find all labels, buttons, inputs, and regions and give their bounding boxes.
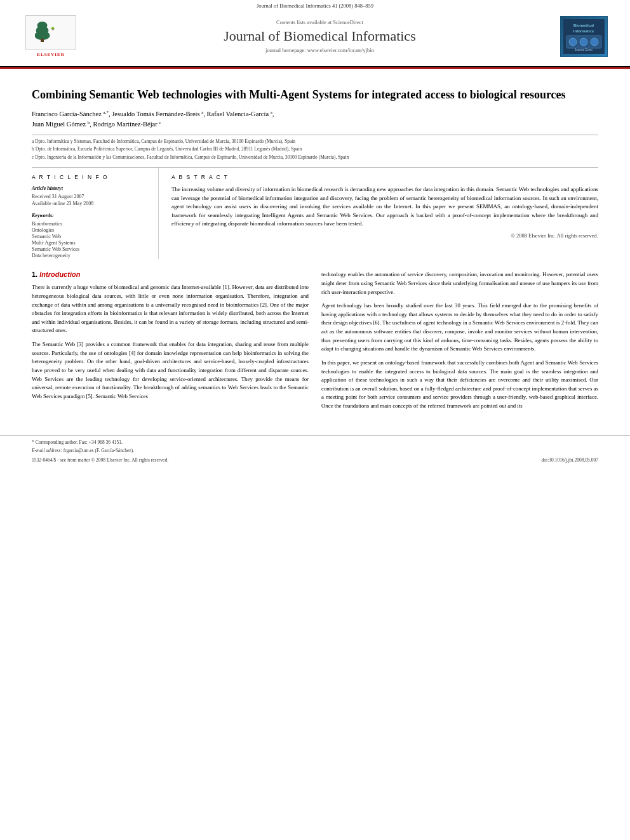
sciencedirect-link: Contents lists available at ScienceDirec… [95, 19, 544, 25]
elsevier-logo-container: 🌳 ELSEVIER [19, 14, 83, 58]
elsevier-logo: 🌳 [25, 15, 76, 50]
affil-line-a: a Dpto. Informática y Sistemas, Facultad… [32, 138, 598, 145]
keyword-3: Multi-Agent Systems [32, 240, 149, 246]
keyword-1: Ontologies [32, 227, 149, 233]
keyword-4: Semantic Web Services [32, 246, 149, 252]
footer: * Corresponding author. Fax: +34 968 36 … [0, 435, 630, 467]
author-sup-b: b [88, 120, 90, 125]
intro-para-2: The Semantic Web [3] provides a common f… [32, 340, 309, 401]
author-juan: Juan Miguel Gómez b, Rodrigo Martínez-Bé… [32, 121, 161, 128]
svg-text:Informatics: Informatics [573, 29, 594, 33]
elsevier-tree-icon: 🌳 [35, 20, 67, 46]
keyword-2: Semantic Web [32, 234, 149, 239]
journal-header: Journal of Biomedical Informatics 41 (20… [0, 0, 630, 67]
svg-text:🌳: 🌳 [51, 27, 55, 31]
svg-rect-4 [41, 39, 44, 42]
svg-text:Biomedical: Biomedical [573, 23, 594, 27]
body-section: 1. Introduction There is currently a hug… [32, 270, 598, 415]
author-francisco: Francisco García-Sánchez a,*, Jesualdo T… [32, 110, 274, 117]
main-content: Combining Semantic Web technologies with… [0, 69, 630, 429]
footer-doi: doi:10.1016/j.jbi.2008.05.007 [542, 457, 598, 463]
right-para-2: Agent technology has been broadly studie… [321, 302, 598, 354]
history-received: Received 31 August 2007 [32, 194, 149, 199]
author-sup-a2: a [201, 109, 203, 114]
body-right-col: technology enables the automation of ser… [321, 270, 598, 415]
author-sup-c: c [159, 120, 161, 125]
footnote-star: * Corresponding author. Fax: +34 968 36 … [32, 439, 598, 446]
footer-issn: 1532-0464/$ - see front matter © 2008 El… [32, 457, 168, 463]
journal-logo-right: Biomedical Informatics Journal Cover [557, 14, 611, 58]
copyright-line: © 2008 Elsevier Inc. All rights reserved… [171, 232, 598, 239]
badge-image: Biomedical Informatics Journal Cover [563, 19, 605, 54]
svg-point-10 [569, 38, 577, 46]
footnote-email: E-mail address: frgarcia@um.es (F. Garcí… [32, 447, 598, 454]
abstract-text: The increasing volume and diversity of i… [171, 185, 598, 229]
svg-point-3 [35, 31, 50, 40]
journal-homepage: journal homepage: www.elsevier.com/locat… [95, 47, 544, 53]
article-title: Combining Semantic Web technologies with… [32, 87, 598, 102]
journal-meta-line: Journal of Biomedical Informatics 41 (20… [0, 0, 630, 10]
authors: Francisco García-Sánchez a,*, Jesualdo T… [32, 109, 598, 130]
journal-header-main: 🌳 ELSEVIER Contents lists available at S… [0, 10, 630, 62]
section-num: 1. [32, 270, 39, 278]
journal-title-center: Contents lists available at ScienceDirec… [83, 19, 557, 53]
affil-line-c: c Dpto. Ingeniería de la Información y l… [32, 154, 598, 161]
author-sup-a: a,* [104, 109, 109, 114]
biomedical-badge: Biomedical Informatics Journal Cover [560, 16, 608, 57]
affiliations: a Dpto. Informática y Sistemas, Facultad… [32, 135, 598, 161]
article-info-col: A R T I C L E I N F O Article history: R… [32, 168, 159, 259]
footer-bottom: 1532-0464/$ - see front matter © 2008 El… [32, 457, 598, 463]
affil-line-b: b Dpto. de Informática, Escuela Politécn… [32, 146, 598, 153]
svg-text:Journal Cover: Journal Cover [575, 48, 593, 51]
keyword-0: Bioinformatics [32, 221, 149, 227]
page: Journal of Biomedical Informatics 41 (20… [0, 0, 630, 840]
svg-point-12 [591, 38, 598, 46]
elsevier-brand-text: ELSEVIER [37, 52, 64, 57]
abstract-label: A B S T R A C T [171, 174, 598, 180]
intro-para-1: There is currently a huge volume of biom… [32, 283, 309, 335]
abstract-col: A B S T R A C T The increasing volume an… [171, 168, 598, 259]
introduction-heading: 1. Introduction [32, 270, 309, 278]
history-label: Article history: [32, 185, 149, 191]
section-title: Introduction [39, 270, 80, 278]
svg-point-11 [580, 38, 587, 46]
right-para-1: technology enables the automation of ser… [321, 270, 598, 297]
keyword-5: Data heterogeneity [32, 253, 149, 258]
body-left-col: 1. Introduction There is currently a hug… [32, 270, 309, 415]
keywords-label: Keywords: [32, 213, 149, 218]
article-info-abstract: A R T I C L E I N F O Article history: R… [32, 167, 598, 259]
article-info-label: A R T I C L E I N F O [32, 174, 149, 180]
journal-name: Journal of Biomedical Informatics [95, 28, 544, 44]
right-para-3: In this paper, we present an ontology-ba… [321, 359, 598, 411]
history-available: Available online 23 May 2008 [32, 201, 149, 206]
author-sup-a3: a [271, 109, 272, 114]
